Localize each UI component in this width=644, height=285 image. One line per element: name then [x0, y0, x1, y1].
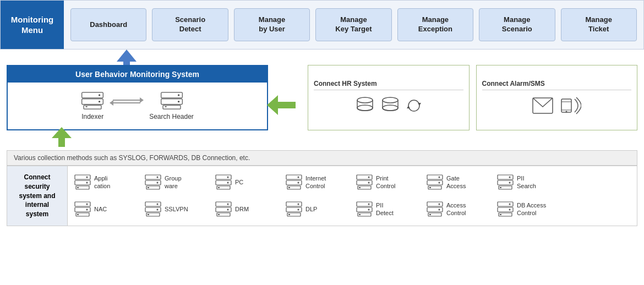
svg-point-2 — [99, 94, 100, 96]
svg-rect-55 — [359, 187, 361, 188]
svg-marker-13 — [52, 127, 72, 147]
menu-item-manage-key-target[interactable]: Manage Key Target — [315, 8, 391, 41]
server-icon-sslvpn — [145, 201, 161, 217]
svg-rect-91 — [288, 214, 290, 215]
menu-items: Dashboard Scenario Detect Manage by User… — [64, 1, 643, 49]
svg-rect-79 — [148, 214, 149, 215]
svg-rect-32 — [145, 175, 161, 179]
connect-sms-box: Connect Alarm/SMS — [476, 65, 638, 130]
svg-rect-63 — [498, 180, 513, 185]
svg-rect-27 — [75, 180, 90, 185]
svg-rect-15 — [357, 100, 373, 108]
second-row: User Behavior Monitoring System Indexer — [0, 65, 644, 130]
svg-rect-45 — [286, 180, 302, 185]
list-item: DRM — [213, 198, 280, 221]
svg-point-64 — [509, 177, 511, 178]
print-control-label: Print Control — [376, 174, 395, 190]
server-icon-internet-control — [286, 174, 302, 190]
search-header-component: Search Header — [149, 91, 194, 120]
list-item: SSLVPN — [143, 198, 210, 221]
server-icon-access-control — [427, 201, 443, 217]
svg-point-47 — [298, 182, 299, 184]
phone-signal-icon — [559, 96, 581, 116]
sslvpn-label: SSLVPN — [165, 205, 188, 213]
svg-point-65 — [509, 182, 511, 184]
list-item: NAC — [72, 198, 139, 221]
collection-text: Various collection methods such as SYSLO… — [14, 154, 250, 162]
sync-icon — [406, 97, 422, 114]
menu-bar: Monitoring Menu Dashboard Scenario Detec… — [0, 0, 644, 50]
server-icon-dlp — [286, 201, 302, 217]
pii-search-label: PII Search — [517, 174, 536, 190]
pii-detect-label: PII Detect — [376, 201, 394, 217]
db-icon-2 — [380, 96, 400, 116]
svg-rect-56 — [427, 175, 443, 179]
svg-rect-44 — [286, 175, 302, 179]
collection-bar: Various collection methods such as SYSLO… — [7, 150, 637, 166]
connect-hr-title: Connect HR System — [314, 80, 463, 90]
svg-point-106 — [509, 204, 511, 205]
svg-point-58 — [439, 177, 440, 178]
svg-point-35 — [157, 182, 159, 184]
menu-item-manage-exception[interactable]: Manage Exception — [397, 8, 473, 41]
svg-point-17 — [383, 97, 398, 103]
server-icon-application — [74, 174, 91, 190]
svg-point-82 — [227, 204, 229, 205]
menu-item-manage-scenario[interactable]: Manage Scenario — [479, 8, 555, 41]
svg-point-8 — [177, 94, 179, 96]
svg-point-34 — [157, 177, 159, 178]
svg-rect-39 — [216, 180, 231, 185]
svg-rect-80 — [216, 202, 231, 206]
svg-point-18 — [383, 105, 398, 111]
svg-point-59 — [439, 182, 440, 184]
svg-rect-86 — [286, 202, 302, 206]
svg-rect-61 — [429, 187, 431, 188]
svg-point-89 — [298, 209, 299, 211]
svg-point-83 — [227, 209, 229, 211]
svg-marker-20 — [407, 106, 410, 108]
svg-rect-57 — [427, 180, 443, 185]
nac-label: NAC — [94, 205, 107, 213]
list-item: Gate Access — [424, 171, 492, 194]
svg-rect-62 — [498, 175, 513, 179]
svg-rect-11 — [165, 106, 166, 107]
list-item: PII Search — [495, 171, 562, 194]
green-up-arrow — [52, 127, 72, 149]
server-icon-nac — [74, 201, 91, 217]
svg-rect-37 — [148, 187, 149, 188]
svg-point-88 — [298, 204, 299, 205]
svg-rect-93 — [357, 207, 372, 212]
svg-point-52 — [368, 177, 370, 178]
svg-point-3 — [99, 101, 100, 102]
svg-rect-5 — [86, 106, 88, 107]
connect-sms-title: Connect Alarm/SMS — [482, 80, 632, 90]
svg-point-14 — [357, 97, 373, 103]
ubms-title: User Behavior Monitoring System — [8, 66, 267, 83]
server-icon-pii-detect — [356, 201, 373, 217]
svg-marker-19 — [418, 103, 421, 106]
menu-item-manage-ticket[interactable]: Manage Ticket — [561, 8, 637, 41]
svg-rect-103 — [429, 214, 431, 215]
svg-point-107 — [509, 209, 511, 211]
list-item: DB Access Control — [495, 198, 562, 221]
connect-sys-label: Connect security system and internal sys… — [7, 166, 68, 226]
svg-rect-49 — [288, 187, 290, 188]
svg-point-71 — [86, 209, 88, 211]
server-icon-pii-search — [497, 174, 514, 190]
svg-point-16 — [357, 105, 373, 111]
bi-arrow — [113, 100, 140, 103]
menu-item-dashboard[interactable]: Dashboard — [70, 8, 146, 41]
svg-point-94 — [368, 204, 370, 205]
menu-item-scenario-detect[interactable]: Scenario Detect — [152, 8, 228, 41]
svg-point-101 — [439, 209, 440, 211]
list-item: Appli cation — [72, 171, 139, 194]
blue-arrow-up — [117, 50, 137, 65]
menu-item-manage-by-user[interactable]: Manage by User — [234, 8, 310, 41]
svg-point-76 — [157, 204, 159, 205]
svg-rect-109 — [500, 214, 501, 215]
svg-rect-26 — [75, 175, 90, 179]
svg-point-77 — [157, 209, 159, 211]
svg-rect-74 — [145, 202, 161, 206]
server-icon-db-access-control — [497, 201, 514, 217]
search-header-label: Search Header — [149, 113, 194, 120]
